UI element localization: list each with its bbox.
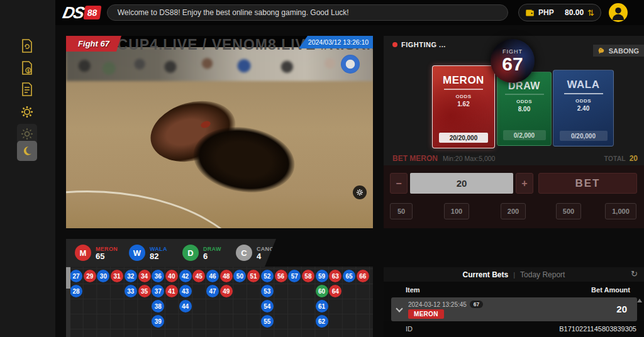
quick-amount-50[interactable]: 50	[390, 203, 413, 219]
odds-label: ODDS	[455, 94, 471, 99]
tab-current-bets[interactable]: Current Bets	[463, 270, 509, 279]
balance-refresh-icon[interactable]: ⇅	[587, 8, 594, 18]
trend-cell: 27	[70, 270, 82, 282]
sun-icon	[21, 128, 33, 140]
result-stats-bar: MMERON65WWALA82DDRAW6CCANCEL4	[66, 239, 276, 267]
trend-cell: 44	[179, 300, 192, 312]
trend-cell: 50	[233, 270, 246, 282]
trend-cell: 45	[192, 270, 205, 282]
trend-cell: 65	[343, 270, 355, 282]
trend-cell: 35	[138, 285, 151, 297]
sidebar-item-rules[interactable]	[17, 79, 37, 99]
bet-card-wala[interactable]: WALA ODDS 2.40 0/20,000	[553, 70, 614, 146]
bets-refresh-icon[interactable]: ↻	[631, 269, 638, 279]
trend-cell: 57	[288, 270, 301, 282]
bet-time-text: 2024-03-12 13:25:45	[408, 301, 467, 308]
trend-cell: 30	[97, 270, 109, 282]
trend-cell: 55	[261, 315, 274, 328]
trend-cell: 48	[220, 270, 233, 282]
stat-value: 65	[96, 252, 118, 260]
trend-cell: 39	[152, 315, 164, 328]
bet-submit-button[interactable]: BET	[538, 173, 637, 194]
rooster-icon	[597, 47, 606, 55]
history-document-icon	[20, 38, 34, 53]
svg-text:$: $	[27, 69, 30, 74]
trend-cell: 42	[179, 270, 192, 282]
stat-circle-icon: M	[75, 245, 91, 261]
sidebar-item-bet-records[interactable]: $	[17, 58, 37, 78]
stat-label: DRAW	[203, 246, 221, 252]
stat-label: WALA	[150, 246, 167, 252]
ds88-logo[interactable]: DS 88	[63, 3, 101, 23]
bet-amount-input[interactable]: 20	[410, 173, 513, 194]
chevron-down-icon[interactable]	[396, 305, 402, 312]
bet-id-row: ID B1710221145803839305	[384, 321, 644, 337]
card-divider	[505, 94, 544, 95]
avatar[interactable]	[609, 3, 628, 22]
trend-cell: 49	[220, 285, 233, 297]
stat-circle-icon: D	[182, 245, 199, 261]
trend-cell: 46	[206, 270, 219, 282]
bet-controls-area: − 20 + BET 501002005001,000	[384, 165, 644, 228]
trend-cell: 63	[329, 270, 341, 282]
quick-amount-1000[interactable]: 1,000	[605, 203, 636, 219]
trend-cell: 29	[84, 270, 96, 282]
top-bar: DS 88 Welcome to DS88! Enjoy the best on…	[55, 0, 644, 25]
trend-cell: 37	[152, 285, 164, 297]
tab-separator: |	[513, 271, 515, 279]
bet-row-time: 2024-03-12 13:25:45 67	[408, 301, 483, 308]
welcome-marquee: Welcome to DS88! Enjoy the best online s…	[107, 4, 508, 21]
odds-value: 1.62	[457, 101, 469, 108]
bet-fight-badge: 67	[470, 301, 483, 308]
trend-cell: 61	[316, 300, 328, 312]
trend-cell: 66	[357, 270, 369, 282]
card-total: 20/20,000	[439, 133, 488, 143]
trend-cell: 47	[206, 285, 219, 297]
trend-cell: 38	[152, 300, 164, 312]
video-settings-button[interactable]	[353, 185, 367, 199]
stat-circle-icon: C	[236, 245, 252, 261]
card-divider	[564, 93, 603, 94]
logo-88-text: 88	[84, 6, 102, 19]
quick-amount-500[interactable]: 500	[556, 203, 581, 219]
trend-cell: 31	[111, 270, 123, 282]
trend-cell: 40	[165, 270, 178, 282]
sidebar: $	[0, 0, 55, 337]
bet-amount-value: 20	[616, 304, 627, 314]
bet-card-draw[interactable]: DRAW ODDS 8.00 0/2,000	[497, 72, 552, 146]
bet-row[interactable]: 2024-03-12 13:25:45 67 MERON 20	[391, 297, 637, 321]
stat-meron: MMERON65	[75, 245, 115, 261]
bet-id-label: ID	[406, 325, 413, 333]
fight-number-badge: Fight 67	[66, 36, 121, 52]
sidebar-item-game-history[interactable]	[17, 36, 37, 56]
quick-amount-100[interactable]: 100	[444, 203, 469, 219]
fight-circle: FIGHT 67	[491, 39, 535, 83]
trend-scrollbar[interactable]	[66, 267, 70, 337]
trend-cell: 34	[138, 270, 151, 282]
trend-cell: 28	[70, 285, 82, 297]
bet-limits: Min:20 Max:5,000	[443, 155, 495, 162]
bet-total-value: 20	[630, 154, 638, 163]
sidebar-item-dark-mode[interactable]	[17, 141, 37, 161]
trend-scrollbar-thumb[interactable]	[66, 267, 70, 289]
app-root: $ DS 88 Welcome to D	[0, 0, 644, 337]
scroll-up-arrow-icon[interactable]	[637, 299, 642, 302]
trend-cell: 56	[275, 270, 287, 282]
bet-minus-button[interactable]: −	[390, 173, 408, 194]
sidebar-item-settings[interactable]	[17, 102, 37, 122]
gear-icon	[19, 104, 35, 119]
trend-cell: 64	[329, 285, 341, 297]
bet-plus-button[interactable]: +	[516, 173, 533, 194]
card-divider	[444, 89, 483, 90]
trend-cell: 59	[316, 270, 328, 282]
card-title: WALA	[567, 79, 599, 91]
balance-pill[interactable]: PHP 80.00 ⇅	[518, 4, 601, 21]
video-player: UCUP4.LIVE / VENOM8.LIVE #RISKISAN	[66, 36, 373, 228]
bet-card-meron[interactable]: MERON ODDS 1.62 20/20,000	[432, 65, 495, 148]
trend-cell: 52	[261, 270, 274, 282]
trend-cell: 33	[125, 285, 137, 297]
quick-amount-200[interactable]: 200	[501, 203, 526, 219]
arena-wall-logo	[341, 55, 360, 74]
tab-today-report[interactable]: Today Report	[520, 270, 565, 279]
bet-total-label: TOTAL	[604, 155, 626, 162]
